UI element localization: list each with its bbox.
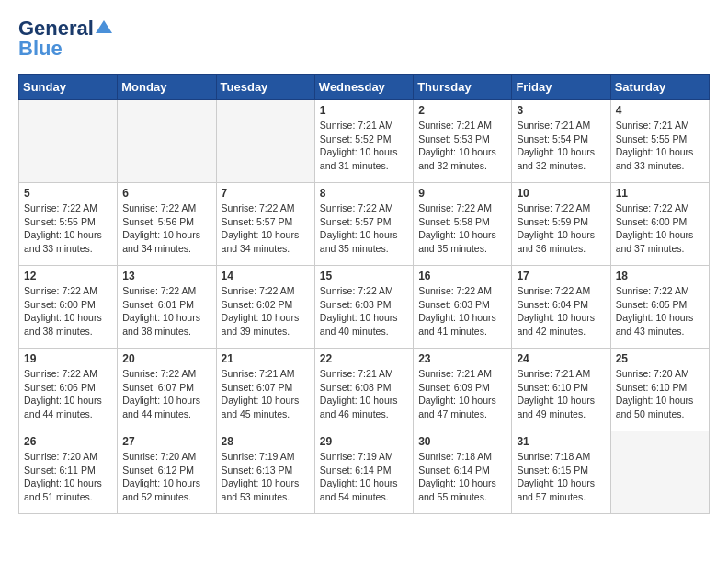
day-number: 16 (418, 270, 506, 282)
day-info: Sunrise: 7:21 AMSunset: 6:09 PMDaylight:… (418, 367, 506, 421)
calendar-cell: 17Sunrise: 7:22 AMSunset: 6:04 PMDayligh… (512, 266, 610, 349)
calendar-cell: 6Sunrise: 7:22 AMSunset: 5:56 PMDaylight… (118, 183, 216, 266)
week-row-2: 5Sunrise: 7:22 AMSunset: 5:55 PMDaylight… (19, 183, 710, 266)
logo-icon (96, 18, 112, 35)
day-number: 28 (222, 435, 310, 448)
day-number: 24 (517, 352, 605, 365)
day-info: Sunrise: 7:22 AMSunset: 6:05 PMDaylight:… (616, 284, 704, 339)
calendar-cell: 22Sunrise: 7:21 AMSunset: 6:08 PMDayligh… (314, 349, 413, 431)
week-row-3: 12Sunrise: 7:22 AMSunset: 6:00 PMDayligh… (19, 266, 710, 349)
day-info: Sunrise: 7:22 AMSunset: 6:04 PMDaylight:… (517, 284, 605, 339)
header-thursday: Thursday (414, 75, 512, 100)
day-number: 20 (122, 352, 210, 365)
calendar-cell: 14Sunrise: 7:22 AMSunset: 6:02 PMDayligh… (216, 266, 314, 349)
calendar-cell: 16Sunrise: 7:22 AMSunset: 6:03 PMDayligh… (414, 266, 512, 349)
calendar-cell: 21Sunrise: 7:21 AMSunset: 6:07 PMDayligh… (216, 349, 314, 431)
day-number: 25 (616, 352, 704, 365)
day-info: Sunrise: 7:20 AMSunset: 6:11 PMDaylight:… (24, 450, 112, 504)
page-header: General Blue (18, 18, 710, 59)
logo-text-blue: Blue (18, 39, 63, 59)
day-info: Sunrise: 7:18 AMSunset: 6:15 PMDaylight:… (517, 450, 605, 504)
calendar-cell: 3Sunrise: 7:21 AMSunset: 5:54 PMDaylight… (512, 100, 610, 183)
header-tuesday: Tuesday (216, 75, 314, 100)
day-number: 10 (517, 187, 605, 200)
calendar-cell: 10Sunrise: 7:22 AMSunset: 5:59 PMDayligh… (512, 183, 610, 266)
calendar-cell: 2Sunrise: 7:21 AMSunset: 5:53 PMDaylight… (414, 100, 512, 183)
calendar-cell: 25Sunrise: 7:20 AMSunset: 6:10 PMDayligh… (610, 349, 709, 431)
calendar-cell (610, 431, 709, 514)
calendar-cell: 4Sunrise: 7:21 AMSunset: 5:55 PMDaylight… (610, 100, 709, 183)
day-number: 21 (222, 352, 310, 365)
calendar-cell: 30Sunrise: 7:18 AMSunset: 6:14 PMDayligh… (414, 431, 512, 514)
day-number: 4 (616, 104, 704, 117)
logo-text-general: General (18, 18, 94, 39)
day-number: 22 (320, 352, 408, 365)
day-info: Sunrise: 7:22 AMSunset: 6:00 PMDaylight:… (24, 284, 112, 339)
day-number: 8 (320, 187, 408, 200)
day-info: Sunrise: 7:22 AMSunset: 6:02 PMDaylight:… (222, 284, 310, 339)
calendar-cell: 28Sunrise: 7:19 AMSunset: 6:13 PMDayligh… (216, 431, 314, 514)
calendar-cell: 24Sunrise: 7:21 AMSunset: 6:10 PMDayligh… (512, 349, 610, 431)
calendar-cell: 13Sunrise: 7:22 AMSunset: 6:01 PMDayligh… (118, 266, 216, 349)
calendar-cell: 31Sunrise: 7:18 AMSunset: 6:15 PMDayligh… (512, 431, 610, 514)
day-info: Sunrise: 7:22 AMSunset: 5:56 PMDaylight:… (122, 201, 210, 256)
calendar-table: SundayMondayTuesdayWednesdayThursdayFrid… (18, 74, 710, 514)
day-info: Sunrise: 7:19 AMSunset: 6:14 PMDaylight:… (320, 450, 408, 504)
logo: General Blue (18, 18, 112, 59)
calendar-cell: 18Sunrise: 7:22 AMSunset: 6:05 PMDayligh… (610, 266, 709, 349)
day-number: 7 (222, 187, 310, 200)
day-info: Sunrise: 7:21 AMSunset: 5:52 PMDaylight:… (320, 119, 408, 173)
day-number: 2 (418, 104, 506, 117)
day-number: 17 (517, 270, 605, 282)
day-number: 30 (418, 435, 506, 448)
day-info: Sunrise: 7:22 AMSunset: 6:03 PMDaylight:… (320, 284, 408, 339)
day-info: Sunrise: 7:22 AMSunset: 5:59 PMDaylight:… (517, 201, 605, 256)
day-info: Sunrise: 7:22 AMSunset: 5:57 PMDaylight:… (222, 201, 310, 256)
calendar-cell: 11Sunrise: 7:22 AMSunset: 6:00 PMDayligh… (610, 183, 709, 266)
day-info: Sunrise: 7:22 AMSunset: 5:55 PMDaylight:… (24, 201, 112, 256)
calendar-cell: 8Sunrise: 7:22 AMSunset: 5:57 PMDaylight… (314, 183, 413, 266)
day-number: 12 (24, 270, 112, 282)
day-number: 29 (320, 435, 408, 448)
day-number: 3 (517, 104, 605, 117)
header-sunday: Sunday (19, 75, 118, 100)
calendar-cell: 29Sunrise: 7:19 AMSunset: 6:14 PMDayligh… (314, 431, 413, 514)
day-info: Sunrise: 7:18 AMSunset: 6:14 PMDaylight:… (418, 450, 506, 504)
calendar-cell: 5Sunrise: 7:22 AMSunset: 5:55 PMDaylight… (19, 183, 118, 266)
day-info: Sunrise: 7:22 AMSunset: 6:03 PMDaylight:… (418, 284, 506, 339)
day-info: Sunrise: 7:19 AMSunset: 6:13 PMDaylight:… (222, 450, 310, 504)
day-info: Sunrise: 7:21 AMSunset: 6:07 PMDaylight:… (222, 367, 310, 421)
day-number: 19 (24, 352, 112, 365)
day-number: 23 (418, 352, 506, 365)
day-info: Sunrise: 7:22 AMSunset: 6:01 PMDaylight:… (122, 284, 210, 339)
day-number: 11 (616, 187, 704, 200)
day-info: Sunrise: 7:22 AMSunset: 6:00 PMDaylight:… (616, 201, 704, 256)
calendar-cell: 26Sunrise: 7:20 AMSunset: 6:11 PMDayligh… (19, 431, 118, 514)
header-monday: Monday (118, 75, 216, 100)
day-info: Sunrise: 7:22 AMSunset: 5:57 PMDaylight:… (320, 201, 408, 256)
day-info: Sunrise: 7:22 AMSunset: 6:07 PMDaylight:… (122, 367, 210, 421)
week-row-4: 19Sunrise: 7:22 AMSunset: 6:06 PMDayligh… (19, 349, 710, 431)
day-number: 13 (122, 270, 210, 282)
day-number: 27 (122, 435, 210, 448)
day-number: 15 (320, 270, 408, 282)
header-wednesday: Wednesday (314, 75, 413, 100)
day-number: 6 (122, 187, 210, 200)
day-info: Sunrise: 7:20 AMSunset: 6:10 PMDaylight:… (616, 367, 704, 421)
calendar-cell (216, 100, 314, 183)
day-info: Sunrise: 7:21 AMSunset: 5:54 PMDaylight:… (517, 119, 605, 173)
calendar-cell (118, 100, 216, 183)
calendar-cell: 23Sunrise: 7:21 AMSunset: 6:09 PMDayligh… (414, 349, 512, 431)
day-number: 9 (418, 187, 506, 200)
day-info: Sunrise: 7:20 AMSunset: 6:12 PMDaylight:… (122, 450, 210, 504)
calendar-cell: 27Sunrise: 7:20 AMSunset: 6:12 PMDayligh… (118, 431, 216, 514)
day-number: 31 (517, 435, 605, 448)
calendar-cell: 9Sunrise: 7:22 AMSunset: 5:58 PMDaylight… (414, 183, 512, 266)
day-info: Sunrise: 7:21 AMSunset: 6:08 PMDaylight:… (320, 367, 408, 421)
calendar-header-row: SundayMondayTuesdayWednesdayThursdayFrid… (19, 75, 710, 100)
day-info: Sunrise: 7:21 AMSunset: 6:10 PMDaylight:… (517, 367, 605, 421)
day-number: 1 (320, 104, 408, 117)
day-info: Sunrise: 7:22 AMSunset: 5:58 PMDaylight:… (418, 201, 506, 256)
week-row-1: 1Sunrise: 7:21 AMSunset: 5:52 PMDaylight… (19, 100, 710, 183)
day-number: 14 (222, 270, 310, 282)
